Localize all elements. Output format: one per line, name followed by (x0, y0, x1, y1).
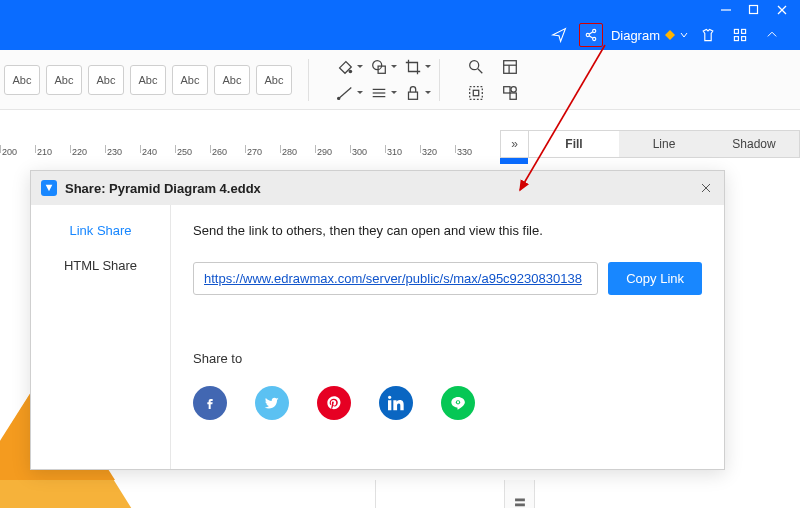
svg-rect-10 (734, 29, 738, 33)
svg-rect-1 (750, 6, 758, 14)
tshirt-icon[interactable] (696, 23, 720, 47)
dialog-sidebar: Link Share HTML Share (31, 205, 171, 469)
dialog-main: Send the link to others, then they can o… (171, 205, 724, 469)
separator (439, 59, 440, 101)
panel-accent (500, 158, 528, 164)
horizontal-ruler: 2002102202302402502602702802903003103203… (0, 145, 500, 161)
svg-rect-30 (504, 86, 510, 92)
text-style-preset[interactable]: Abc (130, 65, 166, 95)
view-tools (466, 57, 520, 103)
share-line-button[interactable] (441, 386, 475, 420)
text-style-preset[interactable]: Abc (46, 65, 82, 95)
send-icon[interactable] (547, 23, 571, 47)
apps-grid-icon[interactable] (728, 23, 752, 47)
svg-line-17 (339, 87, 352, 98)
collapse-ribbon-icon[interactable] (760, 23, 784, 47)
line-tool-icon[interactable] (335, 83, 355, 103)
search-icon[interactable] (466, 57, 486, 77)
svg-point-14 (349, 69, 353, 73)
share-pinterest-button[interactable] (317, 386, 351, 420)
share-link-field[interactable]: https://www.edrawmax.com/server/public/s… (193, 262, 598, 295)
diagram-mode-dropdown[interactable]: Diagram (611, 28, 688, 43)
minimize-button[interactable] (720, 4, 732, 16)
share-icon[interactable] (579, 23, 603, 47)
tab-line[interactable]: Line (619, 131, 709, 157)
window-controls (0, 0, 800, 20)
lock-icon[interactable] (403, 83, 423, 103)
text-style-preset[interactable]: Abc (4, 65, 40, 95)
svg-point-6 (592, 37, 595, 40)
sidebar-item-link-share[interactable]: Link Share (69, 223, 131, 238)
canvas-scroll-region: 〓 (375, 480, 535, 508)
maximize-button[interactable] (748, 4, 760, 16)
svg-rect-28 (470, 86, 483, 99)
text-style-preset[interactable]: Abc (172, 65, 208, 95)
svg-rect-13 (742, 37, 746, 41)
social-share-row (193, 386, 702, 420)
crop-icon[interactable] (403, 57, 423, 77)
svg-rect-11 (742, 29, 746, 33)
svg-point-18 (338, 97, 340, 99)
text-style-preset[interactable]: Abc (214, 65, 250, 95)
select-icon[interactable] (466, 83, 486, 103)
separator (308, 59, 309, 101)
text-style-preset[interactable]: Abc (256, 65, 292, 95)
svg-line-8 (589, 36, 593, 38)
dialog-title: Share: Pyramid Diagram 4.eddx (65, 181, 261, 196)
share-linkedin-button[interactable] (379, 386, 413, 420)
dialog-titlebar: Share: Pyramid Diagram 4.eddx (31, 171, 724, 205)
copy-link-button[interactable]: Copy Link (608, 262, 702, 295)
svg-point-23 (470, 60, 479, 69)
dialog-close-button[interactable] (698, 180, 714, 196)
format-toolbar: AbcAbcAbcAbcAbcAbcAbc (0, 50, 800, 110)
svg-rect-22 (409, 92, 418, 99)
diagram-mode-label: Diagram (611, 28, 660, 43)
shape-tools (335, 57, 423, 103)
svg-point-15 (373, 60, 382, 69)
share-to-label: Share to (193, 351, 702, 366)
shape-icon[interactable] (369, 57, 389, 77)
svg-point-32 (511, 86, 516, 91)
svg-rect-12 (734, 37, 738, 41)
align-handle-icon[interactable]: 〓 (513, 494, 527, 508)
app-logo-icon (41, 180, 57, 196)
svg-line-24 (478, 68, 483, 73)
fill-bucket-icon[interactable] (335, 57, 355, 77)
svg-point-4 (586, 33, 589, 36)
text-style-presets: AbcAbcAbcAbcAbcAbcAbc (4, 65, 292, 95)
style-panel-tabs: » Fill Line Shadow (500, 130, 800, 158)
svg-rect-25 (504, 60, 517, 73)
ribbon-header: Diagram (0, 20, 800, 50)
svg-rect-29 (473, 90, 478, 95)
panel-collapse-icon[interactable]: » (501, 131, 529, 157)
share-dialog: Share: Pyramid Diagram 4.eddx Link Share… (30, 170, 725, 470)
layout-icon[interactable] (500, 57, 520, 77)
close-button[interactable] (776, 4, 788, 16)
tab-fill[interactable]: Fill (529, 131, 619, 157)
sidebar-item-html-share[interactable]: HTML Share (64, 258, 137, 273)
svg-marker-9 (665, 30, 675, 40)
svg-line-7 (589, 32, 593, 34)
svg-point-5 (592, 29, 595, 32)
line-style-icon[interactable] (369, 83, 389, 103)
share-facebook-button[interactable] (193, 386, 227, 420)
svg-rect-31 (510, 93, 516, 99)
tab-shadow[interactable]: Shadow (709, 131, 799, 157)
share-description: Send the link to others, then they can o… (193, 223, 702, 238)
text-style-preset[interactable]: Abc (88, 65, 124, 95)
group-icon[interactable] (500, 83, 520, 103)
share-twitter-button[interactable] (255, 386, 289, 420)
